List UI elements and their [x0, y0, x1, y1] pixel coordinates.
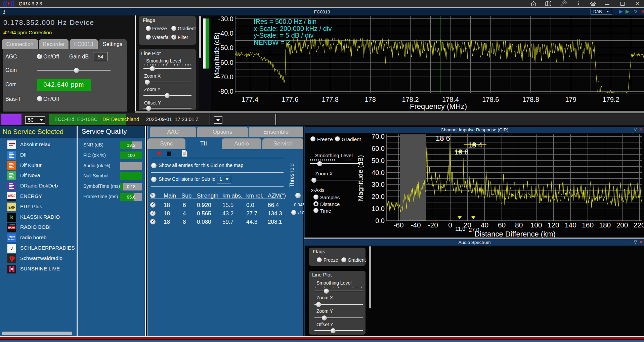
- slider-handle[interactable]: [316, 302, 321, 307]
- cir-xaxis-time-radio[interactable]: [313, 208, 318, 213]
- threshold-slider-handle[interactable]: [295, 193, 301, 198]
- audio-close-icon[interactable]: ✕: [639, 240, 643, 245]
- device-tab-recorder[interactable]: Recorder: [39, 39, 69, 49]
- slider-handle[interactable]: [150, 66, 155, 71]
- gear-icon[interactable]: [590, 0, 596, 7]
- fc0013-close-icon[interactable]: ✕: [641, 9, 644, 14]
- tii-tab-options[interactable]: Options: [197, 127, 248, 137]
- slider-tick: [358, 159, 358, 161]
- slider-handle[interactable]: [324, 289, 329, 294]
- cir-close-icon[interactable]: ✕: [639, 127, 643, 132]
- slider-track[interactable]: [314, 291, 363, 291]
- tii-row-checkbox[interactable]: [150, 219, 156, 224]
- slider-track[interactable]: [143, 82, 191, 82]
- smoothing-level-slider[interactable]: [143, 66, 191, 71]
- cir-smoothing-slider[interactable]: [310, 161, 359, 166]
- slider-handle[interactable]: [74, 68, 79, 73]
- document-icon[interactable]: [182, 150, 187, 157]
- receiver-tab-1[interactable]: 1: [3, 9, 5, 15]
- audio-zoom-y-slider[interactable]: [314, 315, 363, 320]
- audio-gradient-radio[interactable]: [341, 257, 346, 262]
- slider-handle[interactable]: [145, 80, 150, 85]
- cir-collapse-icon[interactable]: ▽: [634, 127, 637, 132]
- show-map-radio[interactable]: [151, 163, 157, 168]
- filter-checkbox[interactable]: [171, 35, 176, 40]
- stop-icon[interactable]: [167, 152, 171, 156]
- lineplot-groupbox: Line Plot Smoothing Level Zoom X Zoom Y …: [139, 49, 196, 110]
- slider-track[interactable]: [310, 180, 359, 180]
- slider-handle[interactable]: [317, 161, 322, 166]
- mute-indicator[interactable]: [1, 114, 22, 125]
- offset-y-slider[interactable]: [143, 105, 191, 111]
- fc0013-spectrum-plot[interactable]: -30.0-40.0-50.0-60.0-70.0-80.0177.4177.6…: [211, 15, 644, 112]
- tii-row-checkbox[interactable]: [150, 211, 156, 216]
- fc0013-collapse-icon[interactable]: ▽: [634, 9, 637, 14]
- device-tab-fc0013[interactable]: FC0013: [70, 39, 98, 49]
- tii-tab-ensemble[interactable]: Ensemble: [249, 127, 303, 137]
- tii-tab-tii[interactable]: TII: [187, 138, 220, 149]
- slider-track[interactable]: [314, 304, 363, 305]
- tii-tab-service[interactable]: Service: [262, 138, 303, 149]
- zoom-x-slider[interactable]: [143, 79, 191, 85]
- play-file-button[interactable]: [626, 10, 630, 14]
- subid-dropdown[interactable]: 1: [217, 175, 231, 183]
- x10-radio[interactable]: [291, 210, 296, 215]
- zoom-y-slider[interactable]: [143, 93, 191, 98]
- horizontal-splitter[interactable]: [135, 111, 644, 113]
- audio-freeze-radio[interactable]: [317, 257, 322, 262]
- show-collisions-radio[interactable]: [151, 177, 157, 182]
- cir-gradient-radio[interactable]: [335, 136, 340, 141]
- gain-slider[interactable]: [37, 68, 111, 73]
- service-quality-title: Service Quality: [82, 128, 127, 135]
- slider-handle[interactable]: [146, 106, 151, 111]
- waterfall-radio[interactable]: [146, 35, 151, 40]
- audio-smoothing-slider[interactable]: [314, 288, 363, 294]
- cir-plot[interactable]: 0.010.020.030.040.050.060.070.0-60-40-20…: [305, 133, 644, 238]
- cir-zoom-x-slider[interactable]: [310, 177, 359, 183]
- slider-tick: [312, 159, 313, 161]
- tii-cell: 18: [164, 202, 170, 209]
- record-icon[interactable]: [157, 152, 161, 155]
- tii-tab-sync[interactable]: Sync: [147, 138, 185, 149]
- slider-handle[interactable]: [165, 93, 170, 98]
- gradient-radio[interactable]: [171, 26, 176, 31]
- bias-t-radio[interactable]: [37, 96, 42, 101]
- slider-handle[interactable]: [322, 315, 327, 320]
- fc0013-controls-scrollbar[interactable]: [199, 16, 201, 58]
- satellite-icon[interactable]: [560, 0, 567, 7]
- freeze-radio[interactable]: [146, 26, 151, 31]
- slider-handle[interactable]: [311, 178, 316, 183]
- tii-tab-aac[interactable]: AAC: [150, 127, 196, 137]
- channel-dropdown[interactable]: 5C: [25, 116, 45, 124]
- home-icon[interactable]: [530, 0, 537, 7]
- cir-xaxis-distance-radio[interactable]: [313, 201, 318, 206]
- service-icon-dlf-part-part-part: [9, 157, 14, 158]
- slider-handle[interactable]: [331, 328, 336, 333]
- cir-xaxis-samples-radio[interactable]: [313, 195, 318, 200]
- audio-controls-scrollbar[interactable]: [369, 246, 371, 308]
- gain-db-input[interactable]: 54: [93, 52, 108, 61]
- panel-splitter-2[interactable]: [145, 126, 146, 337]
- info-icon[interactable]: i: [575, 0, 581, 7]
- threshold-slider-track[interactable]: [298, 159, 298, 197]
- audio-zoom-x-slider[interactable]: [314, 302, 363, 307]
- maximize-button[interactable]: [620, 2, 625, 6]
- service-list-hscrollbar[interactable]: [2, 332, 72, 335]
- service-icon-schlagerparadies-part: ♪: [7, 244, 16, 253]
- audio-collapse-icon[interactable]: ▽: [634, 240, 637, 244]
- map-icon[interactable]: [545, 0, 552, 7]
- mode-dropdown[interactable]: DAB: [591, 9, 612, 14]
- cir-freeze-radio[interactable]: [310, 136, 315, 141]
- tii-tab-audio[interactable]: Audio: [222, 138, 261, 149]
- agc-checkbox[interactable]: [37, 54, 42, 59]
- device-tab-settings[interactable]: Settings: [98, 39, 127, 49]
- device-tab-connection[interactable]: Connection: [2, 39, 38, 49]
- slider-track[interactable]: [314, 330, 363, 331]
- close-button[interactable]: ✕: [635, 0, 640, 7]
- tii-row-checkbox[interactable]: [150, 202, 156, 208]
- audio-offset-y-slider[interactable]: [314, 328, 363, 333]
- cir-x-tick: 180: [599, 221, 611, 229]
- minimize-button[interactable]: [605, 4, 609, 5]
- ensemble-dropdown-button[interactable]: [214, 116, 222, 124]
- play-button[interactable]: [619, 10, 623, 14]
